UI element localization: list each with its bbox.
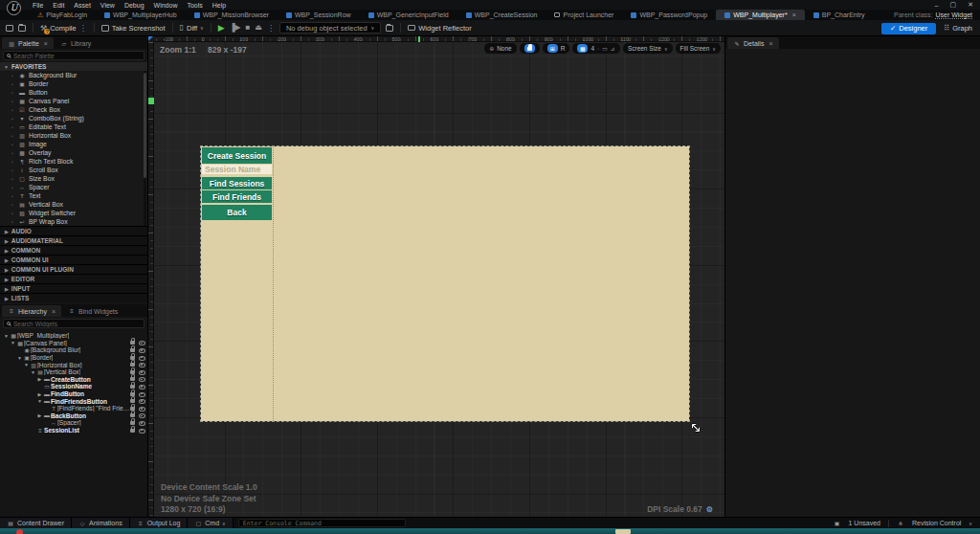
debug-browse-icon[interactable] (386, 25, 393, 32)
screen-size-dropdown[interactable]: Screen Size ∨ (623, 43, 673, 54)
palette-item-rich-text-block[interactable]: •¶Rich Text Block (0, 157, 147, 166)
console-command-input[interactable]: Enter Console Command (238, 519, 406, 527)
fill-screen-dropdown[interactable]: Fill Screen ∨ (676, 43, 721, 54)
palette-item-image[interactable]: •▨Image (0, 140, 147, 148)
visibility-icon[interactable] (139, 369, 145, 374)
gear-icon[interactable]: ⚙ (706, 505, 713, 514)
palette-item-border[interactable]: •▣Border (0, 79, 147, 88)
palette-item-background-blur[interactable]: •◉Background Blur (0, 71, 147, 79)
visibility-icon[interactable] (139, 355, 145, 360)
localization-preview-dropdown[interactable]: ⊕ None (484, 43, 517, 54)
find-friends-widget[interactable]: Find Friends (202, 190, 272, 203)
palette-item-size-box[interactable]: •▢Size Box (0, 174, 147, 183)
menu-window[interactable]: Window (154, 2, 178, 9)
lock-icon[interactable] (130, 363, 135, 367)
create-session-widget[interactable]: Create Session (202, 147, 272, 164)
lock-icon[interactable] (130, 399, 135, 403)
menu-file[interactable]: File (33, 2, 43, 9)
close-icon[interactable]: × (52, 308, 56, 315)
palette-item-editable-text[interactable]: •▭Editable Text (0, 122, 147, 131)
outline-toggle-icon[interactable]: ▭ (602, 45, 608, 52)
palette-search-input[interactable] (13, 53, 141, 59)
respect-locks-icon[interactable]: ⊿ (611, 45, 615, 52)
favorites-header[interactable]: ▼ FAVORITES (0, 62, 147, 71)
menu-debug[interactable]: Debug (124, 2, 145, 9)
palette-category-editor[interactable]: ▶EDITOR (0, 274, 147, 283)
palette-scrollbar[interactable] (144, 71, 146, 226)
expander-icon[interactable]: ▼ (10, 340, 16, 345)
menu-edit[interactable]: Edit (53, 2, 64, 9)
doc-tab-project-launcher[interactable]: Project Launcher (546, 10, 622, 20)
tab-hierarchy[interactable]: ≡ Hierarchy × (2, 305, 61, 317)
doc-tab-wbp-multiplayer[interactable]: WBP_Multiplayer*× (716, 10, 805, 20)
expander-icon[interactable]: ▼ (3, 333, 10, 339)
close-icon[interactable]: × (768, 40, 772, 47)
expander-icon[interactable]: ▶ (36, 391, 43, 397)
expander-icon[interactable]: ▼ (30, 369, 36, 375)
minimize-button[interactable]: – (935, 2, 939, 9)
palette-item-overlay[interactable]: •▩Overlay (0, 148, 147, 157)
cmd-dropdown[interactable]: ▢ Cmd ∨ (188, 518, 233, 529)
visibility-icon[interactable] (139, 363, 145, 367)
lock-icon[interactable] (130, 392, 135, 396)
frame-skip-button[interactable]: ▐▶ (230, 24, 241, 32)
lock-icon[interactable] (130, 356, 135, 360)
hierarchy-search[interactable] (3, 319, 145, 328)
tab-palette[interactable]: ▥ Palette × (2, 37, 54, 49)
widget-design-surface[interactable]: Create SessionSession NameFind SessionsF… (201, 146, 689, 421)
doc-tab-wbp-createsession[interactable]: WBP_CreateSession (457, 10, 546, 20)
hierarchy-search-input[interactable] (13, 321, 141, 327)
visibility-icon[interactable] (139, 399, 145, 404)
menu-tools[interactable]: Tools (187, 2, 202, 9)
lock-icon[interactable] (130, 341, 135, 345)
content-browser-icon[interactable] (18, 25, 26, 32)
lock-icon[interactable] (130, 348, 135, 352)
palette-item-button[interactable]: •▬Button (0, 88, 147, 97)
parent-class-value[interactable]: User Widget (935, 11, 972, 19)
lock-icon[interactable] (130, 377, 135, 381)
lock-icon[interactable] (130, 370, 135, 374)
tab-bind-widgets[interactable]: ≡ Bind Widgets (62, 305, 123, 317)
menu-view[interactable]: View (100, 2, 115, 9)
close-icon[interactable]: × (44, 40, 48, 47)
tree-row-spacer[interactable]: ↔[Spacer] (0, 419, 147, 427)
doc-tab-wbp-genericinputfield[interactable]: WBP_GenericInputField (360, 10, 457, 20)
palette-item-text[interactable]: •TText (0, 191, 147, 200)
doc-tab-bp-charentry[interactable]: BP_CharEntry (805, 10, 874, 20)
tab-details[interactable]: ✎ Details × (727, 37, 779, 49)
lock-icon[interactable] (130, 407, 135, 411)
revision-control-button[interactable]: Revision Control (912, 520, 961, 526)
expander-icon[interactable]: ▼ (23, 362, 30, 367)
doc-tab-playfablogin[interactable]: ⚠PlayFabLogin (29, 10, 96, 20)
tree-row-wbp-multiplayer[interactable]: ▼▦[WBP_Multiplayer] (0, 332, 147, 340)
doc-tab-wbp-sessionrow[interactable]: WBP_SessionRow (278, 10, 360, 20)
palette-category-input[interactable]: ▶INPUT (0, 283, 147, 293)
tree-row-backbutton[interactable]: ▶▬BackButton (0, 412, 147, 420)
diff-button[interactable]: ▯ Diff∨ (180, 24, 204, 33)
menu-help[interactable]: Help (212, 2, 226, 9)
output-log-button[interactable]: ≡ Output Log (130, 518, 189, 529)
rotation-snap-icon[interactable]: ◦ (597, 46, 599, 52)
tree-row-horizontal-box[interactable]: ▼▥[Horizontal Box] (0, 361, 147, 368)
palette-search[interactable] (3, 51, 145, 60)
palette-item-combobox-string[interactable]: •▾ComboBox (String) (0, 114, 147, 122)
widget-reflector-button[interactable]: Widget Reflector (408, 24, 471, 33)
palette-item-check-box[interactable]: •☑Check Box (0, 105, 147, 114)
palette-category-common-ui[interactable]: ▶COMMON UI (0, 255, 147, 264)
palette-category-common-ui-plugin[interactable]: ▶COMMON UI PLUGIN (0, 264, 147, 274)
tree-row-sessionname[interactable]: ▭SessionName (0, 383, 147, 390)
graph-mode-button[interactable]: ⠿ Graph (944, 24, 972, 33)
play-options-icon[interactable]: ⋮ (267, 24, 275, 33)
visibility-icon[interactable] (139, 420, 145, 425)
maximize-button[interactable]: ▢ (950, 1, 957, 9)
close-button[interactable]: ✕ (968, 1, 973, 9)
doc-tab-wbp-passwordpopup[interactable]: WBP_PasswordPopup (622, 10, 716, 20)
palette-item-bp-wrap-box[interactable]: •↩BP Wrap Box (0, 217, 147, 226)
tree-row-border[interactable]: ▼▣[Border] (0, 354, 147, 362)
transform-mode-toggle[interactable]: ⊞ R (543, 43, 570, 54)
lock-icon[interactable] (130, 413, 135, 417)
expander-icon[interactable]: ▼ (16, 355, 23, 361)
lock-icon[interactable] (130, 421, 135, 425)
back-widget[interactable]: Back (202, 205, 272, 220)
expander-icon[interactable]: ▶ (36, 412, 43, 418)
